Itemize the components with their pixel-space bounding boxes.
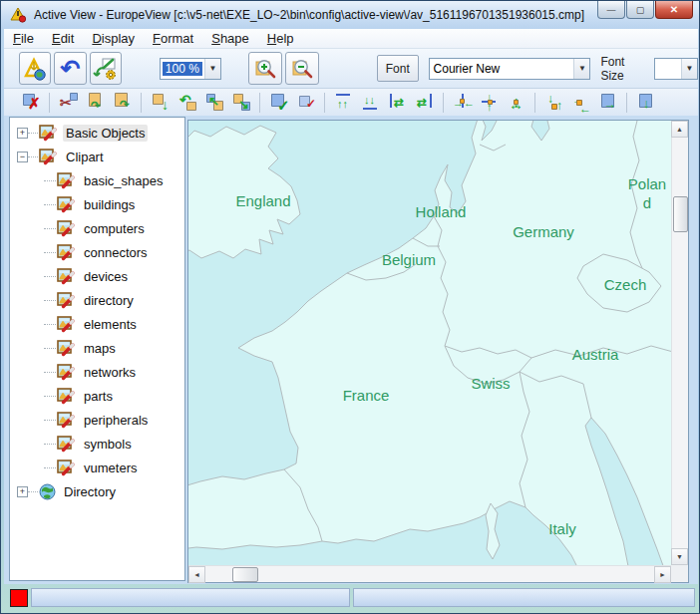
tree-indent: [10, 396, 56, 397]
clipart-icon: [57, 220, 76, 237]
menu-item-edit[interactable]: Edit: [43, 30, 83, 47]
font-button[interactable]: Font: [377, 55, 419, 82]
font-size-select[interactable]: ▼: [654, 58, 698, 80]
expand-toggle-icon[interactable]: +: [17, 128, 28, 139]
copy-icon[interactable]: ↷: [85, 91, 109, 115]
ungroup-confirm-icon[interactable]: ✓: [295, 91, 319, 115]
export-right-icon[interactable]: →: [597, 91, 621, 115]
horizontal-scroll-thumb[interactable]: [232, 567, 258, 582]
import-down-icon[interactable]: ↓↑: [543, 91, 567, 115]
menu-item-display[interactable]: Display: [83, 30, 144, 47]
tree-item-clipart[interactable]: − Clipart: [10, 145, 184, 168]
font-family-dropdown-arrow-icon[interactable]: ▼: [573, 59, 589, 79]
icon-part: ✓: [277, 98, 290, 113]
tree-item-basic_shapes[interactable]: basic_shapes: [10, 168, 184, 192]
edit-settings-button[interactable]: [90, 52, 122, 85]
icon-part: →: [603, 98, 616, 111]
country-label-germany: Germany: [513, 223, 574, 242]
zoom-out-button[interactable]: [285, 52, 319, 85]
maximize-button[interactable]: ▢: [626, 1, 654, 19]
map-vertical-scrollbar[interactable]: ▲ ▼: [671, 121, 688, 565]
save-into-icon[interactable]: ↓: [635, 91, 659, 115]
tree-item-peripherals[interactable]: peripherals: [10, 408, 184, 432]
tree-item-vumeters[interactable]: vumeters: [10, 456, 184, 479]
delete-icon[interactable]: ✗: [20, 91, 44, 115]
font-size-label: Font Size: [600, 55, 648, 83]
tree-item-devices[interactable]: devices: [10, 264, 184, 288]
rotate-left-icon[interactable]: ↶: [176, 91, 200, 115]
status-panel-left: [31, 588, 350, 607]
icon-part: ⇄: [417, 97, 427, 109]
menu-item-shape[interactable]: Shape: [202, 30, 258, 47]
font-size-dropdown-arrow-icon[interactable]: ▼: [681, 59, 697, 79]
europe-map-canvas[interactable]: EnglandHollandGermanyPolan dBelgiumCzech…: [188, 121, 671, 565]
map-horizontal-scrollbar[interactable]: ◄ ►: [188, 565, 671, 582]
merge-left-icon[interactable]: →←: [570, 91, 594, 115]
zoom-level-select[interactable]: 100 % ▼: [160, 58, 221, 80]
undo-button[interactable]: ↶: [54, 52, 86, 85]
title-bar[interactable]: Active View - EuropeView [c:\v5-net\EXE_…: [1, 1, 700, 29]
expand-all-icon[interactable]: ↔↕: [506, 91, 529, 115]
zoom-in-icon: [253, 57, 277, 81]
undo-icon: ↶: [60, 59, 80, 79]
zoom-dropdown-arrow-icon[interactable]: ▼: [204, 59, 220, 79]
tree-item-parts[interactable]: parts: [10, 384, 184, 408]
tree-item-buildings[interactable]: buildings: [10, 192, 184, 216]
scroll-up-button[interactable]: ▲: [671, 121, 688, 138]
globe-icon: [39, 483, 56, 500]
tree-item-connectors[interactable]: connectors: [10, 240, 184, 264]
tree-item-label: buildings: [81, 196, 138, 213]
menu-item-format[interactable]: Format: [144, 30, 202, 47]
cut-icon[interactable]: ✂: [58, 91, 82, 115]
tree-item-directory[interactable]: directory: [10, 288, 184, 312]
clipart-icon: [57, 268, 76, 285]
toolbar-separator: [141, 93, 142, 113]
minimize-button[interactable]: —: [597, 1, 625, 19]
clipart-icon: [57, 388, 76, 405]
bring-forward-icon[interactable]: ↖: [203, 91, 227, 115]
scroll-down-button[interactable]: ▼: [671, 548, 688, 565]
font-family-select[interactable]: Courier New ▼: [429, 58, 591, 80]
menu-item-help[interactable]: Help: [258, 30, 303, 47]
main-toolbar: ↶ 100 % ▼: [4, 49, 698, 89]
toolbar-separator: [259, 93, 260, 113]
scroll-left-button[interactable]: ◄: [188, 566, 205, 583]
icon-part: ↑↑: [337, 99, 348, 110]
close-button[interactable]: ✕: [655, 1, 693, 19]
send-backward-icon[interactable]: ↘: [230, 91, 254, 115]
tree-indent: [10, 420, 56, 421]
paste-icon[interactable]: ↷: [112, 91, 136, 115]
app-logo-icon: [10, 7, 28, 23]
clipart-icon: [57, 244, 76, 261]
collapse-toggle-icon[interactable]: −: [17, 152, 28, 162]
zoom-in-button[interactable]: [248, 52, 282, 85]
menu-item-file[interactable]: File: [4, 30, 43, 47]
scroll-right-button[interactable]: ►: [654, 566, 671, 583]
status-panel-right: [353, 588, 695, 607]
tree-item-networks[interactable]: networks: [10, 360, 184, 384]
status-indicator: [10, 589, 28, 607]
tree-item-elements[interactable]: elements: [10, 312, 184, 336]
tree-item-directory[interactable]: + Directory: [10, 479, 184, 503]
tree-connector: [28, 133, 38, 134]
align-left-icon[interactable]: ⇄: [387, 91, 411, 115]
tree-item-maps[interactable]: maps: [10, 336, 184, 360]
tree-item-symbols[interactable]: symbols: [10, 432, 184, 456]
icon-part: ↶: [179, 93, 191, 107]
group-confirm-icon[interactable]: ✓: [268, 91, 292, 115]
align-top-icon[interactable]: ↑↑: [333, 91, 357, 115]
align-bottom-icon[interactable]: ↓↓: [360, 91, 384, 115]
center-horizontal-axis-icon[interactable]: ↓↑: [479, 91, 503, 115]
expand-toggle-icon[interactable]: +: [17, 486, 28, 497]
tree-item-computers[interactable]: computers: [10, 216, 184, 240]
tree-item-basic-objects[interactable]: + Basic Objects: [10, 121, 184, 145]
tree-indent: [10, 348, 56, 349]
tree-indent: [10, 300, 56, 301]
tree-item-label: devices: [81, 268, 131, 285]
generate-view-button[interactable]: [19, 52, 51, 85]
vertical-scroll-thumb[interactable]: [673, 196, 688, 232]
send-down-icon[interactable]: ↓: [150, 91, 174, 115]
clipart-icon: [57, 196, 76, 213]
align-right-icon[interactable]: ⇄: [414, 91, 438, 115]
center-vertical-axis-icon[interactable]: →←: [452, 91, 476, 115]
